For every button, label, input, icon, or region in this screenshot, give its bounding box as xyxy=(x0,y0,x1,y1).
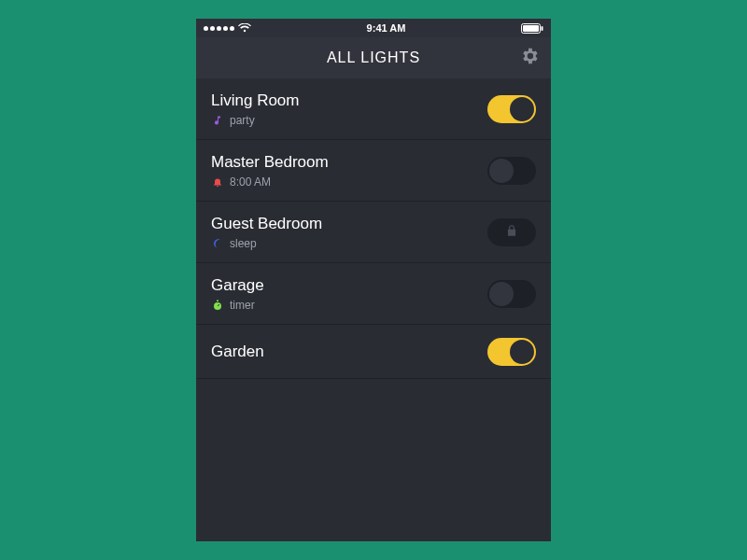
toggle-knob xyxy=(510,340,534,364)
settings-button[interactable] xyxy=(519,46,540,70)
light-toggle[interactable] xyxy=(487,280,536,308)
svg-rect-1 xyxy=(523,25,539,32)
light-row: Living Roomparty xyxy=(196,78,551,140)
toggle-knob xyxy=(510,97,534,121)
room-name: Master Bedroom xyxy=(211,153,329,172)
wifi-icon xyxy=(238,23,251,33)
lights-list: Living RoompartyMaster Bedroom8:00 AMGue… xyxy=(196,78,551,519)
gear-icon xyxy=(519,46,540,66)
room-name: Garage xyxy=(211,276,264,295)
nav-bar: ALL LIGHTS xyxy=(196,37,551,78)
room-name: Living Room xyxy=(211,91,300,110)
room-sublabel: sleep xyxy=(230,237,257,250)
light-row: Garden xyxy=(196,325,551,379)
room-sublabel: 8:00 AM xyxy=(230,175,271,189)
toggle-knob xyxy=(489,159,514,183)
music-icon xyxy=(211,114,224,127)
toggle-knob xyxy=(489,282,514,306)
light-row: Master Bedroom8:00 AM xyxy=(196,140,551,202)
battery-icon xyxy=(521,23,543,34)
light-toggle[interactable] xyxy=(487,338,536,366)
room-name: Guest Bedroom xyxy=(211,215,322,233)
room-subline: timer xyxy=(211,299,264,312)
svg-rect-4 xyxy=(217,301,218,302)
light-row: Garagetimer xyxy=(196,263,551,325)
room-sublabel: party xyxy=(230,114,255,127)
stopwatch-icon xyxy=(211,299,224,312)
signal-dots-icon xyxy=(204,26,234,31)
light-row: Guest Bedroomsleep xyxy=(196,202,551,263)
room-sublabel: timer xyxy=(230,299,255,312)
moon-icon xyxy=(211,237,224,250)
status-bar: 9:41 AM xyxy=(196,19,551,37)
light-toggle[interactable] xyxy=(487,95,536,123)
locked-indicator xyxy=(487,218,536,246)
phone-frame: 9:41 AM ALL LIGHTS Living RoompartyMaste… xyxy=(196,19,551,541)
status-time: 9:41 AM xyxy=(367,22,406,34)
page-title: ALL LIGHTS xyxy=(327,49,420,66)
room-subline: party xyxy=(211,114,300,127)
bell-icon xyxy=(211,175,224,189)
light-toggle[interactable] xyxy=(487,157,536,185)
room-subline: sleep xyxy=(211,237,322,250)
svg-rect-2 xyxy=(542,26,543,31)
list-tail xyxy=(196,519,551,541)
room-name: Garden xyxy=(211,343,264,361)
lock-icon xyxy=(505,223,518,242)
room-subline: 8:00 AM xyxy=(211,175,329,189)
